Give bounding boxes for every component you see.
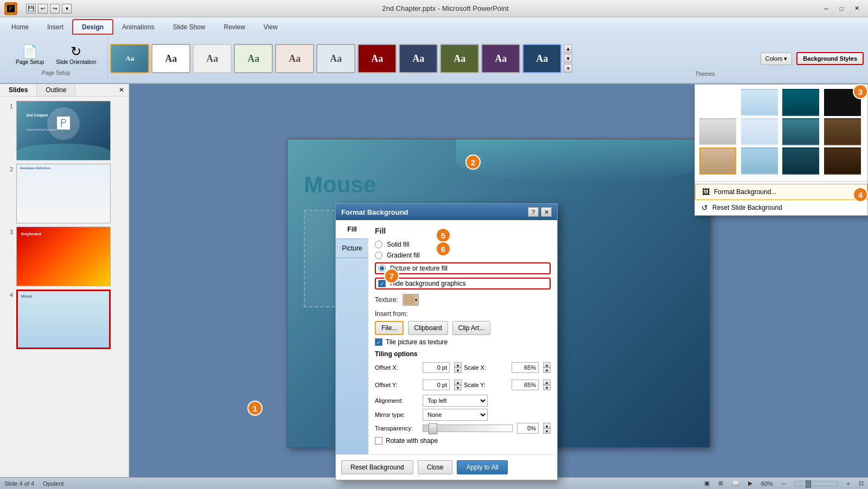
zoom-slider[interactable] — [795, 481, 838, 486]
zoom-minus[interactable]: ─ — [782, 480, 786, 487]
dialog-help-btn[interactable]: ? — [528, 207, 539, 217]
panel-close-btn[interactable]: ✕ — [114, 84, 129, 96]
slide-orientation-btn[interactable]: ↻ Slide Orientation — [51, 41, 101, 68]
file-btn[interactable]: File... — [375, 321, 404, 335]
theme-scroll-more[interactable]: ▾ — [564, 64, 572, 73]
rotate-checkbox[interactable] — [375, 437, 382, 445]
dialog-close-btn[interactable]: ✕ — [541, 207, 552, 217]
bg-style-teal[interactable] — [782, 89, 819, 116]
outline-tab[interactable]: Outline — [37, 84, 75, 96]
transparency-slider[interactable] — [423, 424, 513, 432]
slide-item-1[interactable]: 1 🅿 2nd Chapter Understanding Hardware — [4, 101, 124, 160]
slider-thumb[interactable] — [429, 423, 437, 434]
zoom-plus[interactable]: + — [847, 480, 850, 487]
tile-checkbox[interactable]: ✓ — [375, 338, 382, 346]
scale-y-down[interactable]: ▼ — [543, 385, 551, 390]
bg-style-light-gray[interactable] — [699, 118, 736, 145]
slide-thumb-2[interactable]: Hardware definition — [16, 164, 111, 223]
clipboard-btn[interactable]: Clipboard — [408, 321, 448, 335]
save-btn[interactable]: 💾 — [26, 4, 36, 14]
theme-scroll-down[interactable]: ▼ — [564, 54, 572, 63]
bg-style-mid-teal[interactable] — [782, 118, 819, 145]
theme-3[interactable]: Aa — [193, 44, 232, 73]
tab-animations[interactable]: Animations — [113, 20, 163, 34]
slide-thumb-3[interactable]: Keyboard — [16, 227, 111, 286]
bg-style-light-blue[interactable] — [741, 89, 778, 116]
dialog-tab-picture[interactable]: Picture — [336, 239, 368, 258]
format-bg-menu-item[interactable]: 🖼 Format Background... — [695, 184, 867, 200]
theme-7[interactable]: Aa — [358, 44, 397, 73]
theme-11[interactable]: Aa — [522, 44, 561, 73]
scale-y-input[interactable] — [512, 379, 539, 390]
theme-8[interactable]: Aa — [399, 44, 438, 73]
picture-texture-radio[interactable] — [378, 265, 386, 272]
tab-home[interactable]: Home — [2, 20, 38, 34]
minimize-btn[interactable]: ─ — [819, 3, 833, 14]
bg-styles-btn[interactable]: Background Styles — [796, 52, 864, 65]
offset-x-input[interactable] — [423, 362, 450, 373]
view-reading[interactable]: 📖 — [732, 480, 739, 487]
scale-x-down[interactable]: ▼ — [543, 368, 551, 373]
theme-6[interactable]: Aa — [316, 44, 355, 73]
apply-to-all-btn[interactable]: Apply to All — [457, 460, 507, 474]
scale-x-input[interactable] — [512, 362, 539, 373]
slide-item-3[interactable]: 3 Keyboard — [4, 227, 124, 286]
transparency-input[interactable] — [517, 423, 539, 434]
bg-style-dark-teal[interactable] — [782, 147, 819, 175]
bg-style-tan[interactable] — [699, 147, 736, 175]
tab-design[interactable]: Design — [73, 20, 113, 34]
bg-style-dark-brown[interactable] — [824, 147, 861, 175]
offset-y-up[interactable]: ▲ — [454, 379, 462, 385]
alignment-select[interactable]: Top left — [423, 395, 488, 407]
tab-review[interactable]: Review — [214, 20, 254, 34]
clip-art-btn[interactable]: Clip Art... — [452, 321, 491, 335]
theme-scroll-up[interactable]: ▲ — [564, 44, 572, 53]
close-btn[interactable]: ✕ — [850, 3, 864, 14]
redo-btn[interactable]: ↪ — [50, 4, 60, 14]
slide-thumb-4[interactable]: Mouse — [16, 289, 111, 349]
reset-slide-menu-item[interactable]: ↺ Reset Slide Background — [695, 200, 867, 215]
fit-btn[interactable]: ⊡ — [859, 480, 864, 487]
bg-style-pale-blue[interactable] — [741, 118, 778, 145]
offset-y-input[interactable] — [423, 379, 450, 390]
view-normal[interactable]: ▣ — [704, 480, 710, 487]
scale-x-up[interactable]: ▲ — [543, 362, 551, 368]
theme-2[interactable]: Aa — [151, 44, 190, 73]
customize-btn[interactable]: ▾ — [62, 4, 72, 14]
slide-item-2[interactable]: 2 Hardware definition — [4, 164, 124, 223]
offset-x-up[interactable]: ▲ — [454, 362, 462, 368]
theme-5[interactable]: Aa — [275, 44, 314, 73]
undo-btn[interactable]: ↩ — [38, 4, 48, 14]
bg-style-brown[interactable] — [824, 118, 861, 145]
zoom-thumb[interactable] — [806, 480, 811, 488]
transparency-up[interactable]: ▲ — [543, 423, 551, 428]
transparency-down[interactable]: ▼ — [543, 428, 551, 434]
tab-slideshow[interactable]: Slide Show — [163, 20, 214, 34]
hide-bg-checkbox[interactable]: ✓ — [378, 280, 386, 287]
solid-fill-radio[interactable] — [375, 241, 382, 248]
offset-y-down[interactable]: ▼ — [454, 385, 462, 390]
mirror-type-select[interactable]: None — [423, 409, 488, 421]
theme-9[interactable]: Aa — [440, 44, 479, 73]
bg-style-sky[interactable] — [741, 147, 778, 175]
tab-insert[interactable]: Insert — [38, 20, 73, 34]
view-slide-sorter[interactable]: ⊞ — [718, 480, 723, 487]
reset-background-btn[interactable]: Reset Background — [341, 460, 413, 474]
colors-btn[interactable]: Colors ▾ — [761, 53, 793, 65]
slides-tab[interactable]: Slides — [0, 84, 37, 96]
gradient-fill-radio[interactable] — [375, 252, 382, 259]
slide-thumb-1[interactable]: 🅿 2nd Chapter Understanding Hardware — [16, 101, 111, 160]
scale-y-up[interactable]: ▲ — [543, 379, 551, 385]
dialog-tab-fill[interactable]: Fill — [336, 220, 368, 239]
slide-item-4[interactable]: 4 Mouse — [4, 289, 124, 349]
offset-x-down[interactable]: ▼ — [454, 368, 462, 373]
theme-4[interactable]: Aa — [234, 44, 273, 73]
close-btn[interactable]: Close — [418, 460, 453, 474]
view-slideshow[interactable]: ▶ — [748, 480, 752, 487]
maximize-btn[interactable]: □ — [834, 3, 848, 14]
theme-10[interactable]: Aa — [481, 44, 520, 73]
theme-1[interactable]: Aa — [110, 44, 149, 73]
page-setup-btn[interactable]: 📄 Page Setup — [11, 41, 49, 68]
tab-view[interactable]: View — [254, 20, 287, 34]
texture-picker[interactable]: ▾ — [403, 294, 419, 306]
